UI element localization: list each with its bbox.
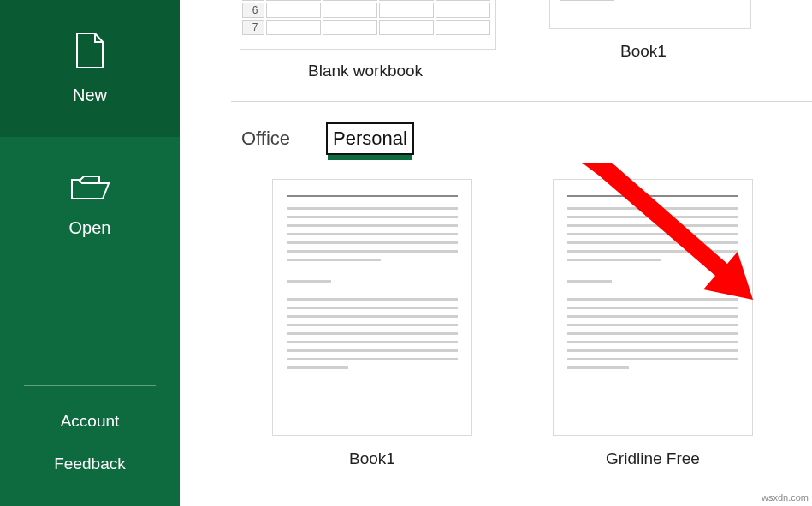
template-book1-top[interactable] (549, 0, 751, 29)
top-templates-row: 6 7 Blank workbook Book1 (180, 0, 812, 101)
main-content: 6 7 Blank workbook Book1 Office Personal (180, 0, 812, 506)
sidebar: New Open Account Feedback (0, 0, 180, 506)
sidebar-link-account[interactable]: Account (0, 400, 180, 443)
sidebar-link-feedback[interactable]: Feedback (0, 443, 180, 485)
template-label: Gridline Free (606, 449, 700, 468)
sidebar-item-open[interactable]: Open (0, 137, 180, 274)
template-book1[interactable]: Book1 (272, 179, 472, 468)
template-label: Blank workbook (308, 62, 423, 80)
personal-templates-row: Book1 Gridline Free (272, 179, 812, 468)
section-divider (231, 101, 812, 102)
tab-personal[interactable]: Personal (326, 122, 414, 155)
template-label: Book1 (349, 449, 395, 468)
worksheet-preview: 6 7 (240, 0, 492, 37)
template-blank-workbook[interactable]: 6 7 (240, 0, 496, 50)
template-tabs: Office Personal (236, 122, 812, 155)
template-thumbnail (553, 179, 753, 436)
tab-office[interactable]: Office (236, 124, 295, 153)
template-label: Book1 (620, 42, 667, 61)
sidebar-item-new[interactable]: New (0, 0, 180, 137)
sidebar-item-label: Open (69, 218, 111, 238)
sidebar-item-label: New (73, 86, 107, 105)
watermark: wsxdn.com (762, 492, 809, 503)
template-gridline-free[interactable]: Gridline Free (553, 179, 753, 468)
template-thumbnail (272, 179, 472, 436)
file-new-icon (74, 32, 105, 74)
sidebar-divider (24, 385, 156, 386)
folder-open-icon (70, 173, 110, 206)
